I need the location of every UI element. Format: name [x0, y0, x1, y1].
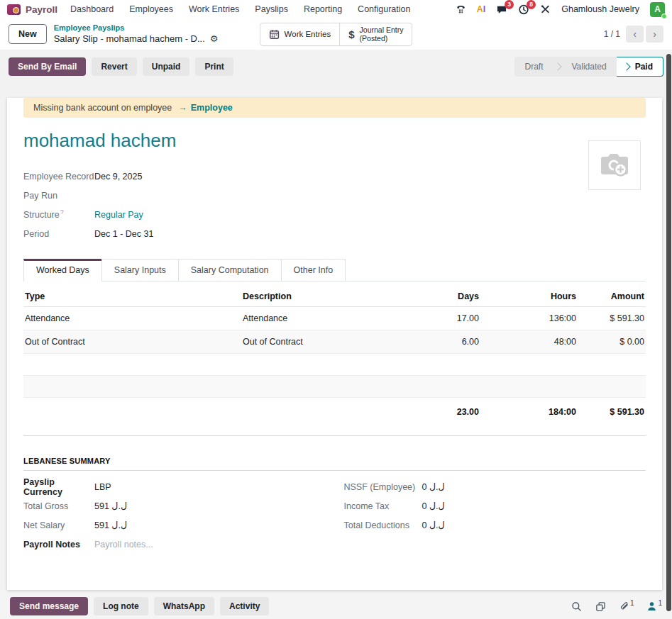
employee-record-value[interactable]: Dec 9, 2025 — [94, 172, 142, 182]
total-gross-label: Total Gross — [23, 501, 94, 511]
payslip-title[interactable]: mohamad hachem — [23, 130, 646, 152]
col-description[interactable]: Description — [241, 286, 390, 307]
follower-count: 1 — [658, 599, 662, 607]
status-paid[interactable]: Paid — [617, 57, 663, 77]
menu-reporting[interactable]: Reporting — [304, 4, 342, 14]
pager-next-button[interactable]: › — [646, 26, 663, 43]
activity-button[interactable]: Activity — [220, 597, 269, 615]
summary-right-column: NSSF (Employee) 0 ل.ل Income Tax 0 ل.ل T… — [335, 477, 646, 554]
employee-photo-placeholder[interactable] — [588, 140, 641, 190]
cell-amount[interactable]: $ 0.00 — [578, 330, 646, 354]
total-amount: $ 591.30 — [578, 398, 646, 424]
period-value[interactable]: Dec 1 - Dec 31 — [94, 229, 153, 239]
payroll-notes-label: Payroll Notes — [23, 540, 94, 550]
control-panel: New Employee Payslips Salary Slip - moha… — [0, 18, 672, 50]
total-deductions-value: 0 ل.ل — [422, 520, 445, 530]
col-days[interactable]: Days — [390, 286, 480, 307]
whatsapp-button[interactable]: WhatsApp — [154, 597, 214, 615]
cell-hours[interactable]: 48:00 — [480, 330, 578, 354]
app-name: Payroll — [26, 4, 57, 15]
net-salary-label: Net Salary — [23, 520, 94, 530]
main-menu: Dashboard Employees Work Entries Payslip… — [70, 4, 410, 14]
field-group: Employee Record Dec 9, 2025 Pay Run Stru… — [23, 167, 646, 243]
scrollbar[interactable] — [666, 54, 671, 611]
structure-help-icon[interactable]: ? — [60, 208, 64, 216]
col-hours[interactable]: Hours — [480, 286, 578, 307]
cell-type[interactable]: Attendance — [23, 307, 241, 330]
alert-text: Missing bank account on employee — [33, 103, 172, 113]
status-active-chevron-icon — [622, 62, 630, 70]
field-payroll-notes: Payroll Notes — [23, 535, 335, 554]
menu-dashboard[interactable]: Dashboard — [70, 4, 114, 14]
unpaid-button[interactable]: Unpaid — [143, 57, 190, 76]
payroll-app-icon — [7, 4, 21, 15]
breadcrumb-parent-link[interactable]: Employee Payslips — [54, 23, 219, 33]
tab-salary-inputs[interactable]: Salary Inputs — [101, 259, 179, 281]
breadcrumb: Employee Payslips Salary Slip - mohamad … — [54, 23, 219, 45]
actions-gear-icon[interactable]: ⚙ — [210, 33, 219, 45]
activities-clock-icon[interactable]: 8 — [518, 4, 529, 15]
pager-previous-button[interactable]: ‹ — [626, 26, 644, 43]
table-row-empty[interactable] — [23, 376, 646, 398]
status-separator-icon — [553, 62, 561, 70]
app-switcher[interactable]: Payroll — [7, 4, 57, 15]
structure-label: Structure — [23, 211, 60, 221]
total-deductions-label: Total Deductions — [344, 520, 422, 530]
print-button[interactable]: Print — [195, 57, 233, 76]
followers-icon[interactable]: 1 — [647, 601, 662, 611]
col-type[interactable]: Type — [23, 286, 241, 307]
expand-panel-icon[interactable] — [595, 601, 606, 612]
menu-configuration[interactable]: Configuration — [358, 4, 410, 14]
menu-employees[interactable]: Employees — [129, 4, 173, 14]
cell-amount[interactable]: $ 591.30 — [578, 307, 646, 330]
cell-days[interactable]: 17.00 — [390, 307, 480, 330]
field-nssf-employee: NSSF (Employee) 0 ل.ل — [344, 477, 646, 496]
cell-description[interactable]: Out of Contract — [241, 330, 390, 354]
total-gross-value: 591 ل.ل — [94, 501, 127, 511]
field-employee-record: Employee Record Dec 9, 2025 — [23, 167, 646, 186]
ai-icon[interactable]: AI — [477, 4, 486, 14]
attachments-paperclip-icon[interactable]: 1 — [619, 601, 634, 612]
company-name[interactable]: Ghamloush Jewelry — [561, 4, 639, 14]
tab-salary-computation[interactable]: Salary Computation — [178, 259, 282, 281]
status-draft[interactable]: Draft — [514, 57, 553, 77]
breadcrumb-current: Salary Slip - mohamad hachem - D... — [54, 33, 205, 45]
send-by-email-button[interactable]: Send By Email — [9, 57, 86, 76]
cell-days[interactable]: 6.00 — [390, 330, 480, 354]
cell-type[interactable]: Out of Contract — [23, 330, 241, 354]
cell-description[interactable]: Attendance — [241, 307, 390, 330]
table-row-empty[interactable] — [23, 354, 646, 376]
table-row-out-of-contract[interactable]: Out of Contract Out of Contract 6.00 48:… — [23, 330, 646, 354]
tab-other-info[interactable]: Other Info — [281, 259, 346, 281]
dollar-icon: $ — [348, 28, 354, 40]
col-amount[interactable]: Amount — [578, 286, 646, 307]
structure-value-link[interactable]: Regular Pay — [94, 210, 143, 220]
table-row-attendance[interactable]: Attendance Attendance 17.00 136:00 $ 591… — [23, 307, 646, 330]
payslip-currency-value[interactable]: LBP — [94, 482, 111, 492]
voip-phone-icon[interactable] — [456, 4, 466, 14]
messages-icon[interactable]: 3 — [496, 4, 507, 15]
journal-entry-smart-button[interactable]: $ Journal Entry (Posted) — [339, 23, 412, 45]
smart-button-group: Work Entries $ Journal Entry (Posted) — [260, 23, 413, 46]
field-total-deductions: Total Deductions 0 ل.ل — [344, 515, 646, 535]
search-messages-icon[interactable] — [571, 601, 582, 612]
missing-bank-account-alert: Missing bank account on employee → Emplo… — [23, 98, 646, 118]
menu-work-entries[interactable]: Work Entries — [189, 4, 239, 14]
revert-button[interactable]: Revert — [92, 57, 136, 76]
arrow-right-icon: → — [178, 103, 187, 113]
activities-badge: 8 — [527, 0, 536, 9]
total-hours: 184:00 — [480, 398, 578, 424]
user-avatar[interactable]: A — [650, 2, 665, 17]
log-note-button[interactable]: Log note — [94, 597, 148, 615]
work-entries-smart-button[interactable]: Work Entries — [260, 23, 340, 45]
payroll-notes-input[interactable] — [94, 540, 307, 550]
menu-payslips[interactable]: Payslips — [255, 4, 288, 14]
new-button[interactable]: New — [9, 24, 47, 44]
status-validated[interactable]: Validated — [562, 57, 617, 77]
tools-icon[interactable] — [540, 4, 551, 14]
tab-worked-days[interactable]: Worked Days — [23, 259, 102, 281]
cell-hours[interactable]: 136:00 — [480, 307, 578, 330]
send-message-button[interactable]: Send message — [10, 597, 88, 615]
employee-alert-link[interactable]: Employee — [191, 103, 233, 113]
pay-run-label: Pay Run — [23, 191, 94, 201]
